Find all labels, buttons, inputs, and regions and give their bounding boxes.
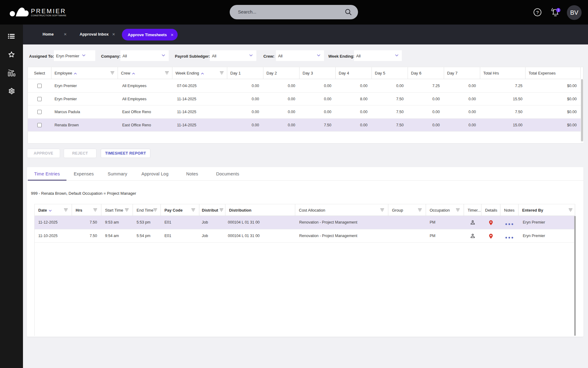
- svg-text:?: ?: [536, 10, 539, 15]
